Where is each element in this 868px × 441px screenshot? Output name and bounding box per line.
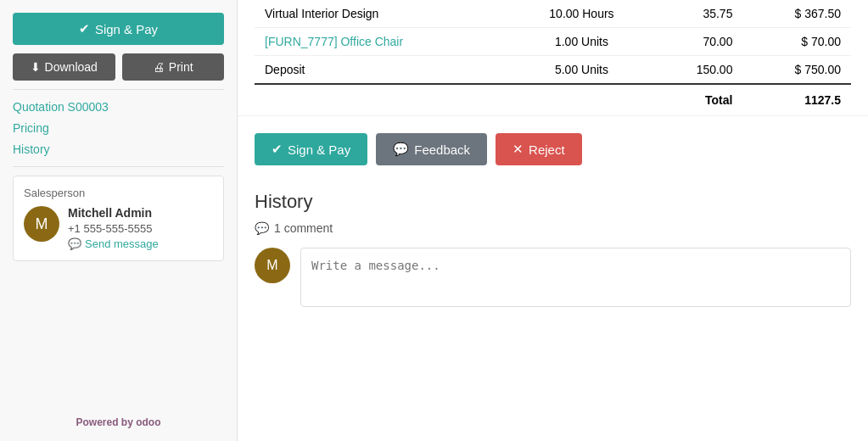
message-icon: 💬: [68, 237, 81, 250]
avatar: M: [24, 206, 59, 242]
total-label: Total: [651, 84, 743, 115]
sidebar-item-quotation[interactable]: Quotation S00003: [13, 98, 224, 115]
salesperson-phone: +1 555-555-5555: [68, 222, 159, 235]
unit-price: 70.00: [651, 28, 743, 56]
feedback-label: Feedback: [414, 142, 470, 157]
quantity: 10.00 Hours: [512, 0, 651, 28]
comment-count-icon: 💬: [255, 221, 269, 235]
download-button[interactable]: ⬇ Download: [13, 53, 115, 81]
salesperson-box: Salesperson M Mitchell Admin +1 555-555-…: [13, 176, 224, 261]
x-icon: ✕: [512, 142, 524, 157]
powered-by-text: Powered by: [76, 416, 136, 428]
sidebar: ✔ Sign & Pay ⬇ Download 🖨 Print Quotatio…: [0, 0, 238, 441]
product-name: Deposit: [255, 56, 512, 85]
reject-label: Reject: [529, 142, 565, 157]
product-name: Virtual Interior Design: [255, 0, 512, 28]
sidebar-item-pricing[interactable]: Pricing: [13, 120, 224, 137]
main-content: Virtual Interior Design 10.00 Hours 35.7…: [238, 0, 868, 441]
download-icon: ⬇: [31, 60, 41, 74]
subtotal: $ 70.00: [742, 28, 851, 56]
subtotal: $ 367.50: [742, 0, 851, 28]
product-name: [FURN_7777] Office Chair: [255, 28, 512, 56]
sign-pay-sidebar-button[interactable]: ✔ Sign & Pay: [13, 13, 224, 45]
comment-count-text: 1 comment: [274, 221, 333, 235]
salesperson-info: M Mitchell Admin +1 555-555-5555 💬 Send …: [24, 206, 213, 250]
history-title: History: [255, 191, 851, 213]
table-row: [FURN_7777] Office Chair 1.00 Units 70.0…: [255, 28, 851, 56]
send-message-label: Send message: [85, 237, 159, 250]
print-icon: 🖨: [153, 60, 165, 74]
quantity: 5.00 Units: [512, 56, 651, 85]
salesperson-label: Salesperson: [24, 187, 213, 199]
action-buttons: ✔ Sign & Pay 💬 Feedback ✕ Reject: [238, 116, 868, 182]
quotation-table: Virtual Interior Design 10.00 Hours 35.7…: [255, 0, 851, 115]
table-row: Virtual Interior Design 10.00 Hours 35.7…: [255, 0, 851, 28]
print-label: Print: [169, 60, 193, 74]
salesperson-details: Mitchell Admin +1 555-555-5555 💬 Send me…: [68, 206, 159, 250]
salesperson-name: Mitchell Admin: [68, 206, 159, 220]
powered-by-brand: odoo: [136, 416, 160, 428]
check-icon: ✔: [79, 21, 90, 36]
sidebar-item-history[interactable]: History: [13, 141, 224, 158]
print-button[interactable]: 🖨 Print: [122, 53, 225, 81]
message-area: M: [255, 248, 851, 307]
total-value: 1127.5: [742, 84, 851, 115]
download-label: Download: [45, 60, 98, 74]
check-icon: ✔: [272, 142, 283, 157]
history-section: History 💬 1 comment M: [238, 182, 868, 324]
sign-pay-action-label: Sign & Pay: [288, 142, 350, 157]
sidebar-nav: Quotation S00003 Pricing History: [13, 89, 224, 167]
message-avatar: M: [255, 248, 290, 283]
send-message-link[interactable]: 💬 Send message: [68, 237, 159, 250]
subtotal: $ 750.00: [742, 56, 851, 85]
comment-count: 💬 1 comment: [255, 221, 851, 235]
sign-pay-main-button[interactable]: ✔ Sign & Pay: [255, 133, 367, 165]
sign-pay-label: Sign & Pay: [95, 22, 158, 36]
comment-icon: 💬: [393, 142, 409, 157]
table-row: Deposit 5.00 Units 150.00 $ 750.00: [255, 56, 851, 85]
powered-by: Powered by odoo: [13, 416, 224, 428]
feedback-button[interactable]: 💬 Feedback: [376, 133, 487, 165]
sidebar-actions: ⬇ Download 🖨 Print: [13, 53, 224, 81]
avatar-initials: M: [36, 215, 48, 233]
quantity: 1.00 Units: [512, 28, 651, 56]
table-section: Virtual Interior Design 10.00 Hours 35.7…: [238, 0, 868, 116]
reject-button[interactable]: ✕ Reject: [496, 133, 582, 165]
unit-price: 35.75: [651, 0, 743, 28]
unit-price: 150.00: [651, 56, 743, 85]
product-link[interactable]: [FURN_7777] Office Chair: [265, 35, 403, 48]
total-row: Total 1127.5: [255, 84, 851, 115]
message-input[interactable]: [300, 248, 851, 307]
avatar-letter: M: [266, 258, 277, 273]
